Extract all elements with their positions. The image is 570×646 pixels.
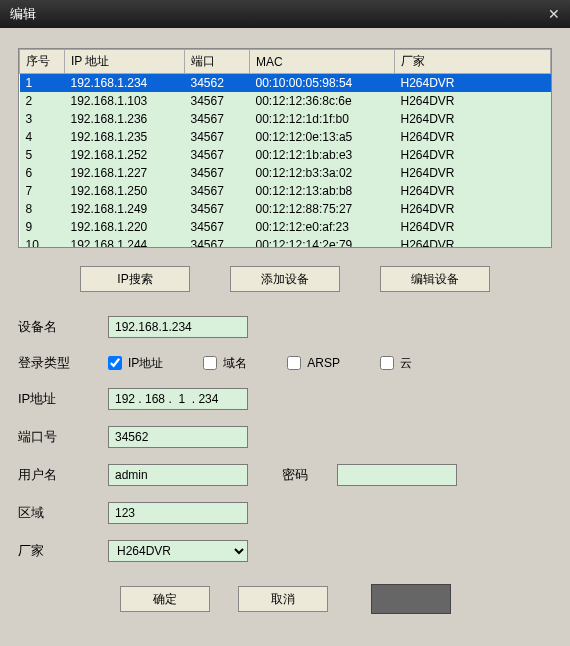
cell-port: 34567 — [185, 200, 250, 218]
cell-n: 6 — [20, 164, 65, 182]
cell-vendor: H264DVR — [395, 110, 551, 128]
table-row[interactable]: 5192.168.1.2523456700:12:12:1b:ab:e3H264… — [20, 146, 551, 164]
chk-cloud-item[interactable]: 云 — [380, 355, 412, 372]
cell-vendor: H264DVR — [395, 128, 551, 146]
vendor-select[interactable]: H264DVR — [108, 540, 248, 562]
ip-input[interactable] — [108, 388, 248, 410]
device-table: 序号 IP 地址 端口 MAC 厂家 1192.168.1.2343456200… — [19, 49, 551, 248]
pwd-label: 密码 — [282, 466, 332, 484]
cell-ip: 192.168.1.227 — [65, 164, 185, 182]
cell-n: 2 — [20, 92, 65, 110]
cell-ip: 192.168.1.235 — [65, 128, 185, 146]
table-row[interactable]: 10192.168.1.2443456700:12:12:14:2e:79H26… — [20, 236, 551, 248]
col-ip[interactable]: IP 地址 — [65, 50, 185, 74]
cell-ip: 192.168.1.220 — [65, 218, 185, 236]
cell-port: 34567 — [185, 146, 250, 164]
cell-vendor: H264DVR — [395, 92, 551, 110]
cell-n: 8 — [20, 200, 65, 218]
device-table-container: 序号 IP 地址 端口 MAC 厂家 1192.168.1.2343456200… — [18, 48, 552, 248]
table-row[interactable]: 2192.168.1.1033456700:12:12:36:8c:6eH264… — [20, 92, 551, 110]
cell-port: 34567 — [185, 182, 250, 200]
col-seq[interactable]: 序号 — [20, 50, 65, 74]
cell-n: 7 — [20, 182, 65, 200]
table-row[interactable]: 8192.168.1.2493456700:12:12:88:75:27H264… — [20, 200, 551, 218]
cell-mac: 00:12:12:e0:af:23 — [250, 218, 395, 236]
port-label: 端口号 — [18, 428, 108, 446]
chk-ip[interactable] — [108, 356, 122, 370]
cell-ip: 192.168.1.250 — [65, 182, 185, 200]
port-input[interactable] — [108, 426, 248, 448]
cell-vendor: H264DVR — [395, 182, 551, 200]
cell-mac: 00:12:12:88:75:27 — [250, 200, 395, 218]
ip-label: IP地址 — [18, 390, 108, 408]
cell-port: 34562 — [185, 74, 250, 93]
cancel-button[interactable]: 取消 — [238, 586, 328, 612]
cell-n: 3 — [20, 110, 65, 128]
table-row[interactable]: 7192.168.1.2503456700:12:12:13:ab:b8H264… — [20, 182, 551, 200]
cell-port: 34567 — [185, 218, 250, 236]
cell-ip: 192.168.1.234 — [65, 74, 185, 93]
ip-search-button[interactable]: IP搜索 — [80, 266, 190, 292]
cell-n: 9 — [20, 218, 65, 236]
vendor-label: 厂家 — [18, 542, 108, 560]
cell-mac: 00:10:00:05:98:54 — [250, 74, 395, 93]
user-input[interactable] — [108, 464, 248, 486]
table-row[interactable]: 9192.168.1.2203456700:12:12:e0:af:23H264… — [20, 218, 551, 236]
chk-arsp[interactable] — [287, 356, 301, 370]
user-label: 用户名 — [18, 466, 108, 484]
cell-port: 34567 — [185, 164, 250, 182]
cell-port: 34567 — [185, 110, 250, 128]
col-mac[interactable]: MAC — [250, 50, 395, 74]
area-label: 区域 — [18, 504, 108, 522]
col-vendor[interactable]: 厂家 — [395, 50, 551, 74]
cell-vendor: H264DVR — [395, 236, 551, 248]
col-port[interactable]: 端口 — [185, 50, 250, 74]
cell-ip: 192.168.1.252 — [65, 146, 185, 164]
cell-n: 4 — [20, 128, 65, 146]
cell-port: 34567 — [185, 236, 250, 248]
edit-device-button[interactable]: 编辑设备 — [380, 266, 490, 292]
cell-vendor: H264DVR — [395, 164, 551, 182]
cell-vendor: H264DVR — [395, 218, 551, 236]
chk-arsp-item[interactable]: ARSP — [287, 356, 340, 370]
cell-vendor: H264DVR — [395, 74, 551, 93]
table-row[interactable]: 6192.168.1.2273456700:12:12:b3:3a:02H264… — [20, 164, 551, 182]
login-type-label: 登录类型 — [18, 354, 108, 372]
pwd-input[interactable] — [337, 464, 457, 486]
cell-mac: 00:12:12:0e:13:a5 — [250, 128, 395, 146]
cell-port: 34567 — [185, 128, 250, 146]
cell-port: 34567 — [185, 92, 250, 110]
cell-mac: 00:12:12:13:ab:b8 — [250, 182, 395, 200]
ok-button[interactable]: 确定 — [120, 586, 210, 612]
chk-ip-item[interactable]: IP地址 — [108, 355, 163, 372]
area-input[interactable] — [108, 502, 248, 524]
close-icon[interactable]: ✕ — [548, 6, 560, 22]
cell-mac: 00:12:12:14:2e:79 — [250, 236, 395, 248]
cell-mac: 00:12:12:1d:1f:b0 — [250, 110, 395, 128]
table-row[interactable]: 1192.168.1.2343456200:10:00:05:98:54H264… — [20, 74, 551, 93]
cell-ip: 192.168.1.244 — [65, 236, 185, 248]
disabled-button — [371, 584, 451, 614]
cell-vendor: H264DVR — [395, 146, 551, 164]
cell-mac: 00:12:12:1b:ab:e3 — [250, 146, 395, 164]
cell-ip: 192.168.1.249 — [65, 200, 185, 218]
chk-cloud[interactable] — [380, 356, 394, 370]
window-title: 编辑 — [10, 5, 36, 23]
cell-mac: 00:12:12:36:8c:6e — [250, 92, 395, 110]
cell-mac: 00:12:12:b3:3a:02 — [250, 164, 395, 182]
cell-ip: 192.168.1.103 — [65, 92, 185, 110]
titlebar: 编辑 ✕ — [0, 0, 570, 28]
cell-n: 5 — [20, 146, 65, 164]
cell-vendor: H264DVR — [395, 200, 551, 218]
chk-domain[interactable] — [203, 356, 217, 370]
cell-n: 1 — [20, 74, 65, 93]
cell-n: 10 — [20, 236, 65, 248]
chk-domain-item[interactable]: 域名 — [203, 355, 247, 372]
device-name-input[interactable] — [108, 316, 248, 338]
table-row[interactable]: 3192.168.1.2363456700:12:12:1d:1f:b0H264… — [20, 110, 551, 128]
add-device-button[interactable]: 添加设备 — [230, 266, 340, 292]
table-row[interactable]: 4192.168.1.2353456700:12:12:0e:13:a5H264… — [20, 128, 551, 146]
cell-ip: 192.168.1.236 — [65, 110, 185, 128]
device-name-label: 设备名 — [18, 318, 108, 336]
